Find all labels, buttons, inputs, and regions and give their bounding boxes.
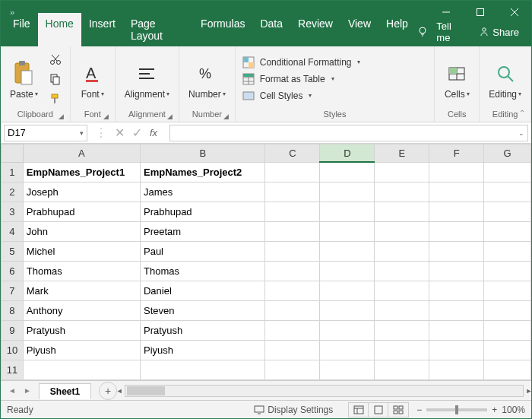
format-painter-button[interactable] (46, 90, 65, 107)
cell-G10[interactable] (484, 340, 531, 360)
cell-A5[interactable]: Michel (23, 241, 140, 261)
cell-F11[interactable] (429, 360, 484, 379)
cell-A8[interactable]: Anthony (23, 300, 140, 320)
cell-C10[interactable] (265, 340, 320, 360)
page-layout-view-button[interactable] (369, 403, 388, 417)
cell-F8[interactable] (429, 300, 484, 320)
col-header-C[interactable]: C (265, 144, 320, 163)
worksheet-grid[interactable]: ABCDEFG1EmpNames_Project1EmpNames_Projec… (1, 144, 531, 380)
cell-D4[interactable] (320, 221, 375, 241)
tab-file[interactable]: File (5, 13, 38, 46)
format-as-table-button[interactable]: Format as Table▾ (240, 72, 363, 86)
cell-A11[interactable] (23, 360, 140, 379)
cell-B1[interactable]: EmpNames_Project2 (140, 162, 264, 182)
share-button[interactable]: Share (474, 24, 524, 41)
cell-B7[interactable]: Daniel (140, 281, 264, 300)
tab-review[interactable]: Review (290, 13, 340, 46)
cell-C7[interactable] (265, 281, 320, 300)
font-launcher-icon[interactable]: ◢ (103, 113, 109, 120)
enter-formula-icon[interactable]: ✓ (132, 125, 142, 140)
cell-D2[interactable] (320, 182, 375, 202)
number-button[interactable]: % Number▾ (184, 51, 230, 107)
formula-expand-icon[interactable]: ⌄ (518, 129, 527, 137)
scroll-left-icon[interactable]: ◄ (113, 386, 125, 396)
cell-D5[interactable] (320, 241, 375, 261)
cell-D9[interactable] (320, 320, 375, 340)
cell-E11[interactable] (375, 360, 429, 379)
tab-help[interactable]: Help (378, 13, 416, 46)
name-box-dropdown-icon[interactable]: ▾ (80, 129, 84, 137)
display-settings-button[interactable]: Display Settings (254, 405, 333, 415)
col-header-B[interactable]: B (140, 144, 264, 163)
fx-icon[interactable]: fx (150, 127, 157, 138)
cell-styles-button[interactable]: Cell Styles▾ (240, 89, 363, 103)
cell-B11[interactable] (140, 360, 264, 379)
cell-C4[interactable] (265, 221, 320, 241)
sheet-tab-sheet1[interactable]: Sheet1 (39, 383, 91, 399)
cell-A2[interactable]: Joseph (23, 182, 140, 202)
cell-E2[interactable] (375, 182, 429, 202)
tab-formulas[interactable]: Formulas (193, 13, 252, 46)
scroll-thumb[interactable] (127, 386, 165, 395)
conditional-formatting-button[interactable]: Conditional Formatting▾ (240, 56, 363, 69)
cell-D8[interactable] (320, 300, 375, 320)
row-header-5[interactable]: 5 (2, 241, 24, 261)
tab-data[interactable]: Data (252, 13, 290, 46)
cell-G6[interactable] (484, 261, 531, 281)
cell-F2[interactable] (429, 182, 484, 202)
cell-F6[interactable] (429, 261, 484, 281)
cell-C2[interactable] (265, 182, 320, 202)
cell-B6[interactable]: Thomas (140, 261, 264, 281)
cell-A4[interactable]: John (23, 221, 140, 241)
cell-F7[interactable] (429, 281, 484, 300)
cell-E4[interactable] (375, 221, 429, 241)
cell-D7[interactable] (320, 281, 375, 300)
page-break-view-button[interactable] (388, 403, 408, 417)
tell-me-search[interactable]: Tell me (432, 17, 471, 46)
cell-G9[interactable] (484, 320, 531, 340)
cell-D6[interactable] (320, 261, 375, 281)
cell-B10[interactable]: Piyush (140, 340, 264, 360)
cell-G4[interactable] (484, 221, 531, 241)
zoom-slider[interactable] (426, 408, 487, 411)
cell-D1[interactable] (320, 162, 375, 182)
cell-D11[interactable] (320, 360, 375, 379)
editing-button[interactable]: Editing▾ (484, 51, 526, 107)
cell-E9[interactable] (375, 320, 429, 340)
cell-C3[interactable] (265, 202, 320, 221)
row-header-7[interactable]: 7 (2, 281, 24, 300)
col-header-E[interactable]: E (375, 144, 429, 163)
formula-bar[interactable]: ⌄ (169, 125, 528, 141)
row-header-10[interactable]: 10 (2, 340, 24, 360)
col-header-G[interactable]: G (484, 144, 531, 163)
cell-A10[interactable]: Piyush (23, 340, 140, 360)
col-header-D[interactable]: D (320, 144, 375, 163)
cell-C9[interactable] (265, 320, 320, 340)
normal-view-button[interactable] (349, 403, 369, 417)
cancel-formula-icon[interactable]: ✕ (115, 125, 125, 140)
cell-B4[interactable]: Preetam (140, 221, 264, 241)
row-header-9[interactable]: 9 (2, 320, 24, 340)
scroll-right-icon[interactable]: ► (523, 386, 532, 396)
row-header-4[interactable]: 4 (2, 221, 24, 241)
lightbulb-icon[interactable] (416, 26, 429, 39)
paste-button[interactable]: Paste▾ (5, 51, 43, 107)
cell-F9[interactable] (429, 320, 484, 340)
cell-A6[interactable]: Thomas (23, 261, 140, 281)
tab-page-layout[interactable]: Page Layout (123, 13, 193, 46)
cell-E7[interactable] (375, 281, 429, 300)
cell-G2[interactable] (484, 182, 531, 202)
cell-B3[interactable]: Prabhupad (140, 202, 264, 221)
cell-G1[interactable] (484, 162, 531, 182)
cell-E10[interactable] (375, 340, 429, 360)
copy-button[interactable] (46, 71, 65, 87)
tab-view[interactable]: View (340, 13, 378, 46)
row-header-2[interactable]: 2 (2, 182, 24, 202)
cell-G11[interactable] (484, 360, 531, 379)
cell-C1[interactable] (265, 162, 320, 182)
cell-F3[interactable] (429, 202, 484, 221)
alignment-button[interactable]: Alignment▾ (120, 51, 174, 107)
sheet-nav-prev-icon[interactable]: ◄ (5, 385, 19, 396)
cell-D3[interactable] (320, 202, 375, 221)
cell-G7[interactable] (484, 281, 531, 300)
